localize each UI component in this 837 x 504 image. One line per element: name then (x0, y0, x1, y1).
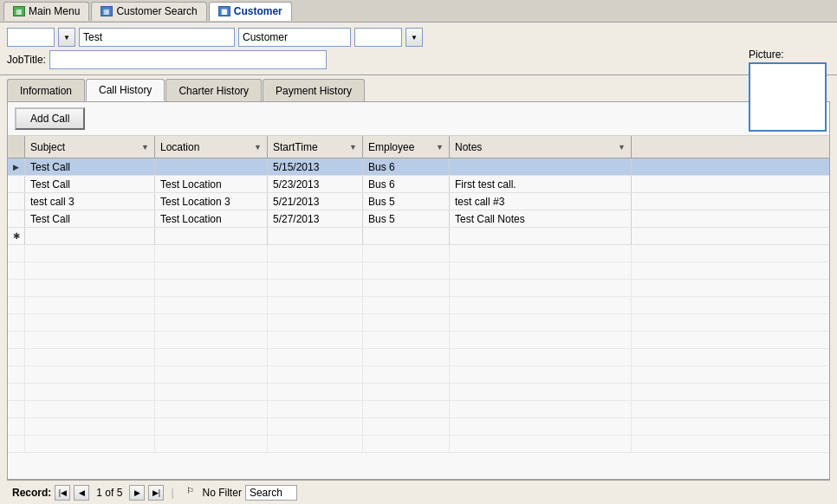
sort-arrow-subject: ▼ (141, 143, 149, 152)
cell-employee-new (363, 228, 450, 244)
tab-customer-search-label: Customer Search (116, 5, 197, 17)
cell-subject: Test Call (25, 176, 155, 192)
inner-tabs: Information Call History Charter History… (0, 75, 837, 101)
record-label: Record: (12, 487, 51, 499)
empty-row (8, 280, 829, 297)
cell-starttime-new (268, 228, 363, 244)
nav-prev-button[interactable]: ◀ (74, 485, 89, 501)
row-indicator (8, 210, 25, 227)
cell-employee: Bus 5 (363, 210, 450, 227)
empty-row (8, 436, 829, 453)
empty-row (8, 384, 829, 401)
row-indicator (8, 176, 25, 192)
cell-location: Test Location 3 (155, 193, 268, 210)
tab-information-label: Information (20, 85, 72, 97)
sort-arrow-starttime: ▼ (349, 143, 357, 152)
filter-label: No Filter (203, 487, 242, 499)
form-header: ▼ ▼ JobTitle: (0, 23, 837, 75)
table-row[interactable]: Test Call 5/15/2013 Bus 6 (8, 158, 829, 176)
table-row[interactable]: Test Call Test Location 5/27/2013 Bus 5 … (8, 210, 829, 228)
tab-information[interactable]: Information (7, 79, 85, 101)
empty-row (8, 401, 829, 418)
content-panel: Add Call Subject ▼ Location ▼ StartTime … (7, 101, 830, 480)
tab-customer-label: Customer (234, 5, 282, 17)
empty-row (8, 314, 829, 332)
sort-arrow-employee: ▼ (436, 143, 444, 152)
nav-record-info: 1 of 5 (96, 487, 122, 499)
tab-customer-search[interactable]: ▦ Customer Search (91, 2, 206, 21)
table-row[interactable]: Test Call Test Location 5/23/2013 Bus 6 … (8, 176, 829, 193)
cell-notes-new (450, 228, 632, 244)
tab-charter-history-label: Charter History (178, 85, 249, 97)
cell-subject-new (25, 228, 155, 244)
col-header-subject[interactable]: Subject ▼ (25, 136, 155, 158)
nav-last-button[interactable]: ▶| (148, 485, 164, 501)
cell-notes: Test Call Notes (450, 210, 632, 227)
empty-row (8, 349, 829, 366)
cell-employee: Bus 6 (363, 176, 450, 192)
add-call-button[interactable]: Add Call (15, 107, 85, 130)
nav-separator: | (171, 487, 173, 499)
cell-notes: test call #3 (450, 193, 632, 210)
cell-employee: Bus 6 (363, 158, 450, 175)
empty-row (8, 245, 829, 262)
col-header-notes[interactable]: Notes ▼ (450, 136, 632, 158)
row-indicator-new: ✱ (8, 228, 25, 244)
prefix-input[interactable] (7, 28, 55, 47)
picture-label: Picture: (749, 48, 784, 61)
cell-subject: Test Call (25, 158, 155, 175)
tab-main-menu-label: Main Menu (29, 5, 80, 17)
main-menu-icon: ▦ (13, 6, 25, 16)
suffix-dropdown[interactable]: ▼ (406, 28, 423, 47)
tab-payment-history[interactable]: Payment History (263, 79, 365, 101)
col-header-starttime[interactable]: StartTime ▼ (268, 136, 363, 158)
col-header-location[interactable]: Location ▼ (155, 136, 268, 158)
title-bar: ▦ Main Menu ▦ Customer Search ▦ Customer (0, 0, 837, 23)
col-header-employee[interactable]: Employee ▼ (363, 136, 450, 158)
table-row-new[interactable]: ✱ (8, 228, 829, 245)
add-call-section: Add Call (8, 102, 829, 136)
customer-search-icon: ▦ (101, 6, 113, 16)
row-selector-header (8, 136, 25, 158)
tab-call-history[interactable]: Call History (86, 79, 165, 101)
grid-body[interactable]: Test Call 5/15/2013 Bus 6 Test Call Test… (8, 158, 829, 479)
nav-filter: ⚐ No Filter (186, 486, 242, 500)
empty-row (8, 297, 829, 314)
grid-header: Subject ▼ Location ▼ StartTime ▼ Employe… (8, 136, 829, 158)
customer-type-input[interactable] (238, 28, 351, 47)
first-name-input[interactable] (79, 28, 235, 47)
empty-row (8, 262, 829, 280)
nav-first-button[interactable]: |◀ (55, 485, 70, 501)
cell-location-new (155, 228, 268, 244)
picture-section: Picture: (749, 48, 827, 132)
nav-bar: Record: |◀ ◀ 1 of 5 ▶ ▶| | ⚐ No Filter (7, 480, 830, 504)
nav-next-button[interactable]: ▶ (129, 485, 145, 501)
data-grid: Subject ▼ Location ▼ StartTime ▼ Employe… (8, 136, 829, 479)
cell-starttime: 5/21/2013 (268, 193, 363, 210)
jobtitle-input[interactable] (49, 50, 327, 69)
empty-row (8, 418, 829, 436)
cell-starttime: 5/15/2013 (268, 158, 363, 175)
cell-starttime: 5/23/2013 (268, 176, 363, 192)
cell-subject: test call 3 (25, 193, 155, 210)
tab-main-menu[interactable]: ▦ Main Menu (3, 2, 89, 21)
cell-subject: Test Call (25, 210, 155, 227)
filter-icon: ⚐ (186, 486, 200, 500)
empty-row (8, 332, 829, 349)
tab-call-history-label: Call History (99, 84, 152, 96)
sort-arrow-location: ▼ (254, 143, 262, 152)
nav-search-input[interactable] (245, 485, 297, 501)
cell-employee: Bus 5 (363, 193, 450, 210)
prefix-dropdown[interactable]: ▼ (58, 28, 75, 47)
suffix-input[interactable] (354, 28, 402, 47)
table-row[interactable]: test call 3 Test Location 3 5/21/2013 Bu… (8, 193, 829, 210)
tab-customer[interactable]: ▦ Customer (209, 2, 292, 21)
picture-box (749, 62, 827, 132)
header-row1: ▼ ▼ (7, 28, 830, 47)
header-row2: JobTitle: (7, 50, 830, 69)
sort-arrow-notes: ▼ (618, 143, 626, 152)
tab-charter-history[interactable]: Charter History (165, 79, 262, 101)
customer-icon: ▦ (218, 6, 230, 16)
cell-starttime: 5/27/2013 (268, 210, 363, 227)
cell-notes: First test call. (450, 176, 632, 192)
